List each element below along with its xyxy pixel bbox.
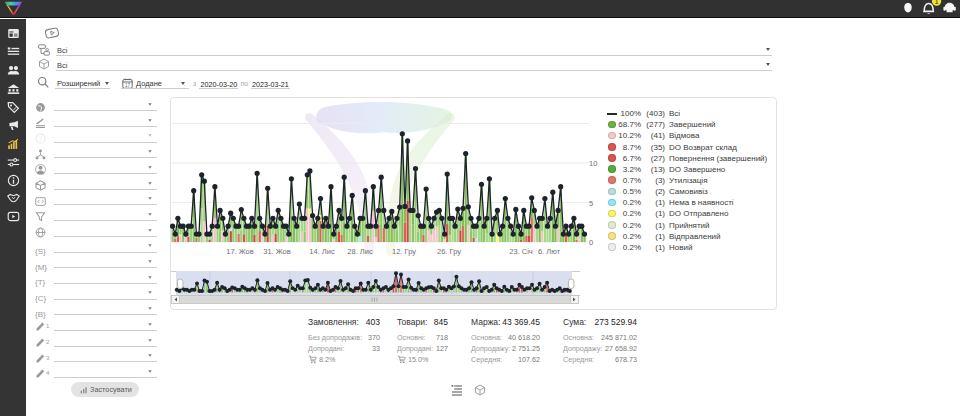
svg-text:?: ?	[39, 135, 43, 142]
svg-text:1: 1	[935, 0, 939, 5]
svg-text:17: 17	[125, 83, 131, 88]
